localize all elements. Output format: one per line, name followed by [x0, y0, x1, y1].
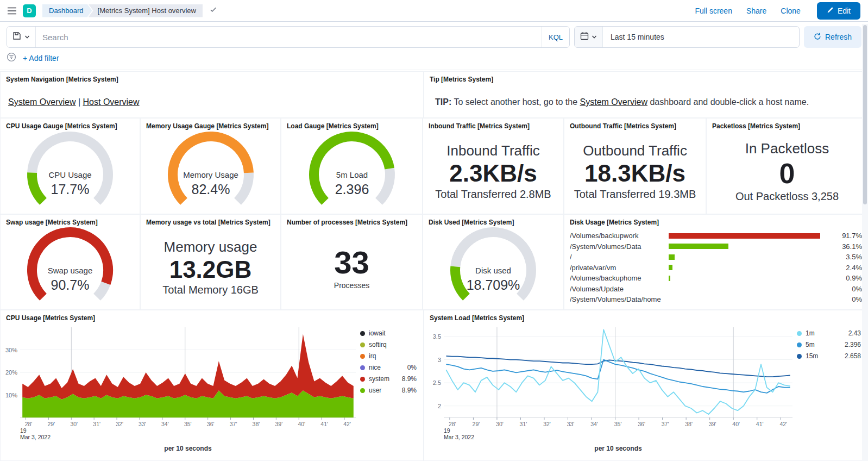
panel-cpu-usage-chart: CPU Usage [Metrics System] 10%20%30%28'2…: [0, 310, 424, 461]
scrollbar-thumb[interactable]: [863, 25, 867, 204]
svg-text:41': 41': [756, 421, 764, 427]
disk-bar: [669, 254, 834, 260]
panel-title: Outbound Traffic [Metrics System]: [564, 119, 706, 130]
legend-color-dot: [360, 365, 365, 370]
legend-item-nice[interactable]: nice0%: [360, 364, 417, 371]
chart-body: 10%20%30%28'29'30'31'32'33'34'35'36'37'3…: [1, 322, 423, 452]
tip-bold: TIP:: [435, 97, 451, 107]
menu-icon[interactable]: [8, 7, 16, 15]
svg-text:18.709%: 18.709%: [467, 277, 520, 292]
panel-memory-usage-vs-total: Memory usage vs total [Metrics System] M…: [140, 214, 281, 310]
kql-button[interactable]: KQL: [542, 27, 569, 47]
svg-text:19: 19: [20, 427, 27, 434]
panel-title: Disk Usage [Metrics System]: [564, 215, 867, 226]
svg-text:Mar 3, 2022: Mar 3, 2022: [444, 434, 474, 440]
packetloss-metric: In Packetloss 0 Out Packetloss 3,258: [707, 130, 867, 213]
cpu-usage-chart[interactable]: 10%20%30%28'29'30'31'32'33'34'35'36'37'3…: [2, 323, 360, 452]
disk-usage-row: /Volumes/backuphome0.9%: [570, 273, 862, 284]
breadcrumb: Dashboard [Metrics System] Host overview: [42, 4, 203, 17]
svg-text:10%: 10%: [5, 392, 17, 398]
disk-bar: [669, 233, 834, 239]
panel-title: CPU Usage Gauge [Metrics System]: [1, 119, 140, 130]
load-gauge: 5m Load2.396: [281, 130, 422, 213]
disk-pct: 0.9%: [834, 274, 862, 282]
memory-total-metric: Memory usage 13.2GB Total Memory 16GB: [141, 226, 280, 309]
system-overview-link[interactable]: System Overview: [8, 97, 76, 107]
svg-text:36': 36': [207, 421, 215, 427]
panel-number-of-processes: Number of processes [Metrics System] 33 …: [281, 214, 423, 310]
system-load-chart[interactable]: 22.533.528'29'30'31'32'33'34'35'36'37'38…: [425, 323, 797, 452]
svg-text:33': 33': [139, 421, 146, 427]
legend-color-dot: [360, 388, 365, 393]
svg-text:41': 41': [320, 421, 328, 427]
search-input[interactable]: [36, 27, 542, 47]
legend-item-irq[interactable]: irq: [360, 352, 417, 360]
svg-text:35': 35': [184, 421, 192, 427]
legend-item-system[interactable]: system8.9%: [360, 375, 417, 383]
saved-query-menu-button[interactable]: [7, 27, 36, 47]
filter-icon[interactable]: [7, 52, 16, 64]
full-screen-link[interactable]: Full screen: [695, 7, 732, 15]
filter-bar: + Add filter: [0, 50, 868, 70]
calendar-menu-button[interactable]: [575, 27, 603, 47]
legend-label: softirq: [369, 341, 387, 348]
svg-text:31': 31': [93, 421, 100, 427]
legend-item-softirq[interactable]: softirq: [360, 341, 417, 348]
tip-system-overview-link[interactable]: System Overview: [580, 97, 647, 107]
svg-text:40': 40': [298, 421, 305, 427]
svg-text:3.5: 3.5: [433, 333, 441, 340]
time-range-display[interactable]: Last 15 minutes: [603, 27, 799, 47]
share-link[interactable]: Share: [746, 7, 766, 15]
svg-text:37': 37': [230, 421, 237, 427]
legend-value: 2.43: [848, 329, 861, 337]
panel-cpu-usage-gauge: CPU Usage Gauge [Metrics System] CPU Usa…: [0, 118, 140, 214]
disk-path: /System/Volumes/Data/home: [570, 295, 669, 303]
add-filter-link[interactable]: + Add filter: [23, 54, 59, 63]
panel-inbound-traffic: Inbound Traffic [Metrics System] Inbound…: [423, 118, 564, 214]
legend-item-iowait[interactable]: iowait: [360, 329, 417, 337]
svg-text:38': 38': [253, 421, 260, 427]
space-logo[interactable]: D: [23, 4, 36, 17]
legend-label: 1m: [806, 329, 815, 337]
metric-subtitle: Total Memory 16GB: [162, 284, 259, 296]
x-axis-label: per 10 seconds: [425, 445, 797, 452]
dashboard-grid: System Navigation [Metrics System] Syste…: [0, 70, 868, 461]
breadcrumb-dashboard[interactable]: Dashboard: [42, 4, 92, 17]
legend-item-1m[interactable]: 1m2.43: [797, 329, 861, 337]
svg-text:2: 2: [438, 403, 441, 409]
legend-color-dot: [797, 354, 802, 359]
metric-value: 2.3KB/s: [449, 160, 537, 186]
chart-legend: iowaitsoftirqirqnice0%system8.9%user8.9%: [360, 323, 417, 452]
disk-pct: 0%: [834, 285, 862, 293]
processes-metric: 33 Processes: [281, 226, 422, 309]
legend-value: 8.9%: [402, 375, 417, 383]
legend-item-15m[interactable]: 15m2.658: [797, 352, 861, 360]
legend-item-5m[interactable]: 5m2.396: [797, 341, 861, 348]
pencil-icon: [827, 7, 834, 15]
breadcrumb-current: [Metrics System] Host overview: [89, 4, 203, 17]
svg-text:39': 39': [709, 421, 716, 427]
vertical-scrollbar[interactable]: [862, 24, 868, 461]
host-overview-link[interactable]: Host Overview: [83, 97, 140, 107]
panel-title: Inbound Traffic [Metrics System]: [423, 119, 563, 130]
edit-button[interactable]: Edit: [817, 2, 860, 20]
legend-item-user[interactable]: user8.9%: [360, 387, 417, 394]
panel-title: Memory usage vs total [Metrics System]: [141, 215, 280, 226]
svg-text:82.4%: 82.4%: [191, 182, 230, 197]
panel-title: Number of processes [Metrics System]: [281, 215, 422, 226]
clone-link[interactable]: Clone: [781, 7, 801, 15]
panel-tip: Tip [Metrics System] TIP: To select anot…: [424, 71, 868, 118]
query-input-wrap: KQL: [7, 26, 570, 48]
metric-label: Outbound Traffic: [583, 142, 687, 159]
svg-text:37': 37': [662, 421, 669, 427]
chart-legend: 1m2.435m2.39615m2.658: [797, 323, 861, 452]
metric-value: 0: [779, 158, 795, 189]
refresh-button[interactable]: Refresh: [804, 26, 861, 48]
panel-title: System Navigation [Metrics System]: [1, 72, 423, 83]
metric-value: 33: [334, 245, 369, 280]
date-picker: Last 15 minutes: [574, 26, 800, 48]
metric-label: In Packetloss: [745, 140, 829, 157]
legend-value: 2.658: [845, 352, 861, 360]
disk-usage-list: /Volumes/backupwork91.7%/System/Volumes/…: [564, 226, 867, 305]
legend-color-dot: [360, 342, 365, 347]
